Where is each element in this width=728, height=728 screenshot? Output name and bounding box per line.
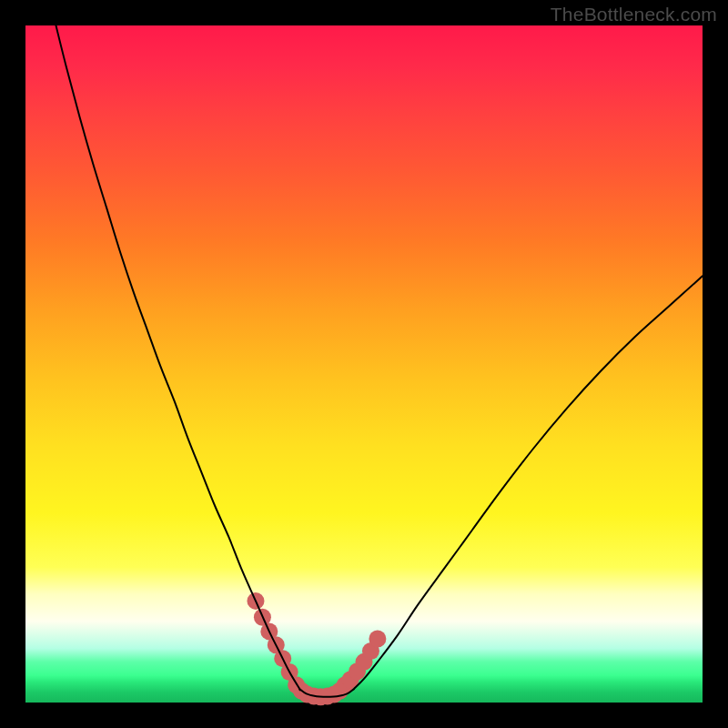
plot-area [25,25,703,703]
watermark-label: TheBottleneck.com [551,4,717,25]
bottleneck-curve [56,25,703,697]
watermark-text: TheBottleneck.com [551,4,717,25]
chart-frame: TheBottleneck.com [0,0,728,728]
chart-svg [25,25,703,703]
optimal-marker-dot [369,631,386,648]
